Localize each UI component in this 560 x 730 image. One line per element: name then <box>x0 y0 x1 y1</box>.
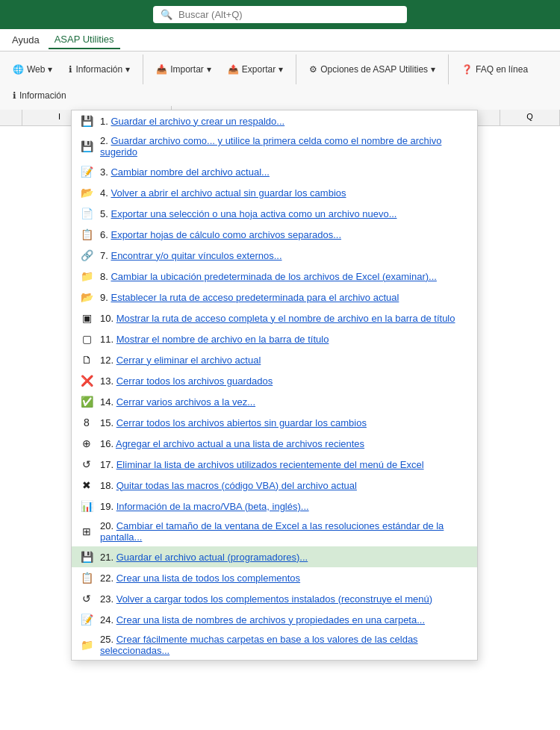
ribbon-sep-3 <box>448 54 449 84</box>
menu-text-5: 5. Exportar una selección o una hoja act… <box>100 208 470 219</box>
menu-text-8: 8. Cambiar la ubicación predeterminada d… <box>100 271 470 282</box>
menu-option-12[interactable]: 🗋12. Cerrar y eliminar el archivo actual <box>72 349 477 370</box>
menu-icon-24: 📝 <box>79 613 94 626</box>
menu-option-15[interactable]: 815. Cerrar todos los archivos abiertos … <box>72 412 477 433</box>
info-icon: ℹ <box>69 64 72 75</box>
menu-text-23: 23. Volver a cargar todos los complement… <box>100 593 470 605</box>
menu-option-10[interactable]: ▣10. Mostrar la ruta de acceso completa … <box>72 308 477 328</box>
menu-icon-17: ↺ <box>79 458 94 471</box>
menu-text-22: 22. Crear una lista de todos los complem… <box>100 573 470 584</box>
menu-icon-16: ⊕ <box>79 437 94 450</box>
menu-text-11: 11. Mostrar el nombre de archivo en la b… <box>100 334 470 345</box>
menu-text-6: 6. Exportar hojas de cálculo como archiv… <box>100 229 470 240</box>
menu-icon-22: 📋 <box>79 571 94 584</box>
ribbon-exportar[interactable]: 📤 Exportar ▾ <box>221 61 290 78</box>
menu-text-4: 4. Volver a abrir el archivo actual sin … <box>100 187 470 199</box>
ribbon-info[interactable]: ℹ Información ▾ <box>62 61 137 78</box>
menu-text-2: 2. Guardar archivo como... y utilice la … <box>100 135 470 157</box>
menu-text-24: 24. Crear una lista de nombres de archiv… <box>100 614 470 626</box>
web-icon: 🌐 <box>13 64 24 75</box>
menu-text-13: 13. Cerrar todos los archivos guardados <box>100 375 470 387</box>
menu-option-3[interactable]: 📝3. Cambiar nombre del archivo actual... <box>72 161 477 182</box>
menu-text-19: 19. Información de la macro/VBA (beta, i… <box>100 501 470 512</box>
dropdown-menu: 💾1. Guardar el archivo y crear un respal… <box>71 110 478 661</box>
menu-text-25: 25. Crear fácilmente muchas carpetas en … <box>100 634 470 656</box>
menu-icon-8: 📁 <box>79 269 94 283</box>
importar-arrow-icon: ▾ <box>207 64 211 75</box>
search-bar: 🔍 <box>0 0 560 29</box>
exportar-arrow-icon: ▾ <box>279 64 283 75</box>
col-q-header: Q <box>500 110 560 125</box>
menu-icon-18: ✖ <box>79 478 94 492</box>
menu-option-2[interactable]: 💾2. Guardar archivo como... y utilice la… <box>72 131 477 161</box>
menu-option-8[interactable]: 📁8. Cambiar la ubicación predeterminada … <box>72 266 477 287</box>
ribbon-row-1: 🌐 Web ▾ ℹ Información ▾ 📥 Importar ▾ 📤 E… <box>6 54 554 104</box>
menu-icon-5: 📄 <box>79 207 94 220</box>
menu-icon-7: 🔗 <box>79 249 94 262</box>
menu-text-16: 16. Agregar el archivo actual a una list… <box>100 438 470 449</box>
menu-text-7: 7. Encontrar y/o quitar vínculos externo… <box>100 250 470 261</box>
menu-text-18: 18. Quitar todas las macros (código VBA)… <box>100 480 470 491</box>
ribbon-importar[interactable]: 📥 Importar ▾ <box>149 61 218 78</box>
menu-option-1[interactable]: 💾1. Guardar el archivo y crear un respal… <box>72 110 477 131</box>
menu-text-3: 3. Cambiar nombre del archivo actual... <box>100 166 470 178</box>
menu-icon-19: 📊 <box>79 499 94 513</box>
menu-icon-11: ▢ <box>79 332 94 346</box>
importar-icon: 📥 <box>156 64 167 75</box>
ribbon-web[interactable]: 🌐 Web ▾ <box>6 61 59 78</box>
menu-option-13[interactable]: ❌13. Cerrar todos los archivos guardados <box>72 370 477 391</box>
menu-icon-21: 💾 <box>79 550 94 564</box>
menu-text-9: 9. Establecer la ruta de acceso predeter… <box>100 292 470 303</box>
menu-bar: Ayuda ASAP Utilities <box>0 29 560 52</box>
menu-option-5[interactable]: 📄5. Exportar una selección o una hoja ac… <box>72 203 477 224</box>
menu-icon-20: ⊞ <box>79 525 94 538</box>
ribbon-sep-2 <box>296 54 296 84</box>
menu-option-16[interactable]: ⊕16. Agregar el archivo actual a una lis… <box>72 433 477 454</box>
menu-icon-1: 💾 <box>79 114 94 128</box>
menu-icon-3: 📝 <box>79 165 94 178</box>
menu-text-10: 10. Mostrar la ruta de acceso completa y… <box>100 313 470 324</box>
menu-option-6[interactable]: 📋6. Exportar hojas de cálculo como archi… <box>72 224 477 245</box>
menu-option-17[interactable]: ↺17. Eliminar la lista de archivos utili… <box>72 454 477 475</box>
menu-option-11[interactable]: ▢11. Mostrar el nombre de archivo en la … <box>72 328 477 349</box>
menu-item-ayuda[interactable]: Ayuda <box>6 31 46 49</box>
menu-option-4[interactable]: 📂4. Volver a abrir el archivo actual sin… <box>72 182 477 203</box>
menu-icon-10: ▣ <box>79 311 94 325</box>
ribbon-faq[interactable]: ❓ FAQ en línea <box>455 61 535 78</box>
menu-option-22[interactable]: 📋22. Crear una lista de todos los comple… <box>72 567 477 588</box>
menu-icon-12: 🗋 <box>79 353 94 366</box>
ribbon-opciones[interactable]: ⚙ Opciones de ASAP Utilities ▾ <box>302 61 442 78</box>
ribbon-sep-1 <box>143 54 143 84</box>
menu-option-14[interactable]: ✅14. Cerrar varios archivos a la vez... <box>72 391 477 412</box>
menu-icon-15: 8 <box>79 416 94 429</box>
menu-icon-9: 📂 <box>79 290 94 304</box>
menu-option-7[interactable]: 🔗7. Encontrar y/o quitar vínculos extern… <box>72 245 477 266</box>
web-arrow-icon: ▾ <box>48 64 52 75</box>
menu-icon-2: 💾 <box>79 140 94 153</box>
ribbon-informacion[interactable]: ℹ Información <box>6 87 73 104</box>
menu-text-14: 14. Cerrar varios archivos a la vez... <box>100 396 470 408</box>
menu-option-21[interactable]: 💾21. Guardar el archivo actual (programa… <box>72 546 477 567</box>
menu-option-19[interactable]: 📊19. Información de la macro/VBA (beta, … <box>72 496 477 517</box>
search-input[interactable] <box>178 9 399 20</box>
menu-option-24[interactable]: 📝24. Crear una lista de nombres de archi… <box>72 609 477 630</box>
menu-option-25[interactable]: 📁25. Crear fácilmente muchas carpetas en… <box>72 630 477 660</box>
opciones-arrow-icon: ▾ <box>431 64 435 75</box>
menu-icon-14: ✅ <box>79 395 94 408</box>
menu-item-asap[interactable]: ASAP Utilities <box>49 31 120 49</box>
menu-text-1: 1. Guardar el archivo y crear un respald… <box>100 116 470 127</box>
menu-option-18[interactable]: ✖18. Quitar todas las macros (código VBA… <box>72 475 477 496</box>
row-num-header <box>0 110 22 125</box>
info-arrow-icon: ▾ <box>125 64 130 75</box>
menu-option-23[interactable]: ↺23. Volver a cargar todos los complemen… <box>72 588 477 609</box>
exportar-icon: 📤 <box>228 64 239 75</box>
opciones-icon: ⚙ <box>309 64 317 75</box>
menu-text-15: 15. Cerrar todos los archivos abiertos s… <box>100 417 470 428</box>
menu-icon-4: 📂 <box>79 186 94 199</box>
faq-icon: ❓ <box>461 64 473 75</box>
menu-icon-25: 📁 <box>79 638 94 652</box>
search-input-wrap[interactable]: 🔍 <box>153 6 407 23</box>
menu-icon-13: ❌ <box>79 374 94 387</box>
menu-option-20[interactable]: ⊞20. Cambiar el tamaño de la ventana de … <box>72 517 477 546</box>
menu-option-9[interactable]: 📂9. Establecer la ruta de acceso predete… <box>72 287 477 308</box>
